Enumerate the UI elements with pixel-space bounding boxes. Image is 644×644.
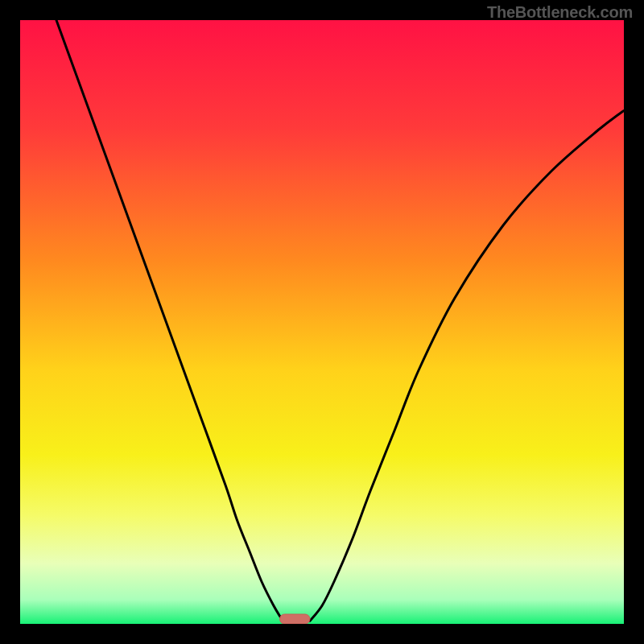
optimal-marker xyxy=(280,614,311,624)
bottleneck-chart-svg xyxy=(20,20,624,624)
plot-area xyxy=(20,20,624,624)
watermark-text: TheBottleneck.com xyxy=(487,3,633,22)
chart-frame: TheBottleneck.com xyxy=(0,0,644,644)
gradient-background xyxy=(20,20,624,624)
